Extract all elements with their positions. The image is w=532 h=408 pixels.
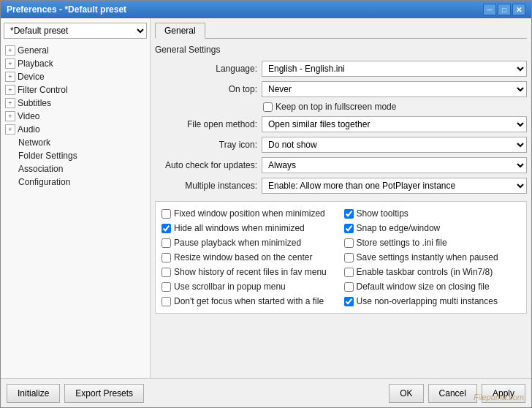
checkbox-snap-edge-input[interactable] [344, 224, 354, 233]
checkbox-resize-center-input[interactable] [162, 253, 171, 262]
right-panel: General General Settings Language: Engli… [151, 18, 531, 378]
sidebar-item-general[interactable]: + General [4, 45, 147, 56]
checkbox-section: Fixed window position when minimized Sho… [155, 201, 527, 314]
checkbox-pause-playback-input[interactable] [162, 238, 171, 248]
expand-icon: + [5, 124, 15, 135]
checkbox-hide-windows-input[interactable] [162, 224, 171, 233]
tray-icon-select[interactable]: Do not show Show Show when minimized [262, 137, 527, 153]
sidebar-item-playback[interactable]: + Playback [4, 58, 147, 69]
expand-icon: + [5, 58, 15, 69]
auto-check-updates-select[interactable]: Always Never Weekly [262, 157, 527, 173]
sidebar-item-network[interactable]: Network [4, 137, 147, 148]
sidebar-item-configuration[interactable]: Configuration [4, 176, 147, 188]
sidebar-item-device[interactable]: + Device [4, 71, 147, 83]
multiple-instances-select[interactable]: Enable: Allow more than one PotPlayer in… [262, 178, 527, 194]
checkbox-non-overlapping-input[interactable] [344, 297, 354, 306]
auto-check-updates-label: Auto check for updates: [155, 160, 257, 170]
title-bar-buttons: ─ □ ✕ [483, 4, 525, 15]
sidebar-item-association[interactable]: Association [4, 163, 147, 175]
language-label: Language: [155, 64, 257, 74]
auto-check-updates-row: Auto check for updates: Always Never Wee… [155, 157, 527, 173]
left-panel: *Default preset + General + Playback + D… [1, 18, 151, 378]
multiple-instances-row: Multiple instances: Enable: Allow more t… [155, 178, 527, 194]
sidebar-item-folder-settings[interactable]: Folder Settings [4, 150, 147, 162]
initialize-button[interactable]: Initialize [7, 384, 60, 403]
checkbox-scrollbar-popup-input[interactable] [162, 282, 171, 292]
checkbox-save-instantly: Save settings instantly when paused [344, 252, 521, 263]
on-top-select[interactable]: Never Always When playing [262, 81, 527, 97]
checkbox-recent-history: Show history of recent files in fav menu [162, 266, 338, 278]
checkbox-store-settings: Store settings to .ini file [344, 237, 521, 249]
keep-on-top-checkbox[interactable] [263, 102, 273, 112]
settings-grid: Language: English - English.ini On top: … [155, 61, 527, 194]
checkbox-default-window-size: Default window size on closing file [344, 281, 521, 292]
language-row: Language: English - English.ini [155, 61, 527, 77]
sidebar-item-video[interactable]: + Video [4, 110, 147, 122]
checkbox-non-overlapping: Use non-overlapping multi instances [344, 295, 521, 307]
sidebar-item-filter-control[interactable]: + Filter Control [4, 84, 147, 96]
tray-icon-label: Tray icon: [155, 140, 257, 150]
checkbox-fixed-window-input[interactable] [162, 209, 171, 219]
expand-icon: + [5, 72, 15, 82]
section-title: General Settings [155, 45, 527, 55]
checkbox-show-tooltips: Show tooltips [344, 208, 521, 219]
checkbox-resize-center: Resize window based on the center [162, 252, 338, 263]
cancel-button[interactable]: Cancel [428, 384, 477, 403]
minimize-button[interactable]: ─ [483, 4, 496, 15]
checkbox-taskbar-controls-input[interactable] [344, 268, 354, 277]
keep-on-top-row: Keep on top in fullscreen mode [155, 102, 527, 112]
preset-dropdown[interactable]: *Default preset [4, 23, 147, 39]
sidebar-item-subtitles[interactable]: + Subtitles [4, 97, 147, 109]
main-content: *Default preset + General + Playback + D… [1, 18, 531, 378]
checkbox-taskbar-controls: Enable taskbar controls (in Win7/8) [344, 266, 521, 278]
checkbox-save-instantly-input[interactable] [344, 253, 354, 262]
bottom-bar: Initialize Export Presets OK Cancel Appl… [1, 378, 531, 407]
file-open-method-row: File open method: Open similar files tog… [155, 116, 527, 132]
language-select[interactable]: English - English.ini [262, 61, 527, 77]
checkbox-scrollbar-popup: Use scrollbar in popup menu [162, 281, 338, 292]
tray-icon-row: Tray icon: Do not show Show Show when mi… [155, 137, 527, 153]
ok-button[interactable]: OK [389, 384, 423, 403]
sidebar-item-audio[interactable]: + Audio [4, 124, 147, 135]
maximize-button[interactable]: □ [498, 4, 511, 15]
checkbox-no-focus: Don't get focus when started with a file [162, 295, 338, 307]
expand-icon: + [5, 98, 15, 108]
keep-on-top-label: Keep on top in fullscreen mode [276, 102, 396, 112]
bottom-right-buttons: OK Cancel Apply [389, 384, 525, 403]
on-top-row: On top: Never Always When playing [155, 81, 527, 97]
export-presets-button[interactable]: Export Presets [64, 384, 144, 403]
window-title: Preferences - *Default preset [7, 4, 126, 15]
expand-icon: + [5, 85, 15, 95]
file-open-method-select[interactable]: Open similar files together Open files t… [262, 116, 527, 132]
multiple-instances-label: Multiple instances: [155, 181, 257, 191]
checkbox-default-window-size-input[interactable] [344, 282, 354, 292]
checkbox-fixed-window: Fixed window position when minimized [162, 208, 338, 219]
file-open-method-label: File open method: [155, 119, 257, 129]
checkbox-show-tooltips-input[interactable] [344, 209, 354, 219]
tab-general[interactable]: General [155, 23, 205, 39]
checkbox-no-focus-input[interactable] [162, 297, 171, 306]
checkbox-recent-history-input[interactable] [162, 268, 171, 277]
checkbox-snap-edge: Snap to edge/window [344, 222, 521, 234]
expand-icon: + [5, 111, 15, 121]
checkbox-pause-playback: Pause playback when minimized [162, 237, 338, 249]
apply-button[interactable]: Apply [482, 384, 525, 403]
expand-icon: + [5, 45, 15, 56]
on-top-label: On top: [155, 84, 257, 94]
title-bar: Preferences - *Default preset ─ □ ✕ [1, 1, 531, 18]
close-button[interactable]: ✕ [512, 4, 525, 15]
checkbox-store-settings-input[interactable] [344, 238, 354, 248]
checkbox-hide-windows: Hide all windows when minimized [162, 222, 338, 234]
tab-bar: General [155, 23, 527, 39]
bottom-left-buttons: Initialize Export Presets [7, 384, 144, 403]
